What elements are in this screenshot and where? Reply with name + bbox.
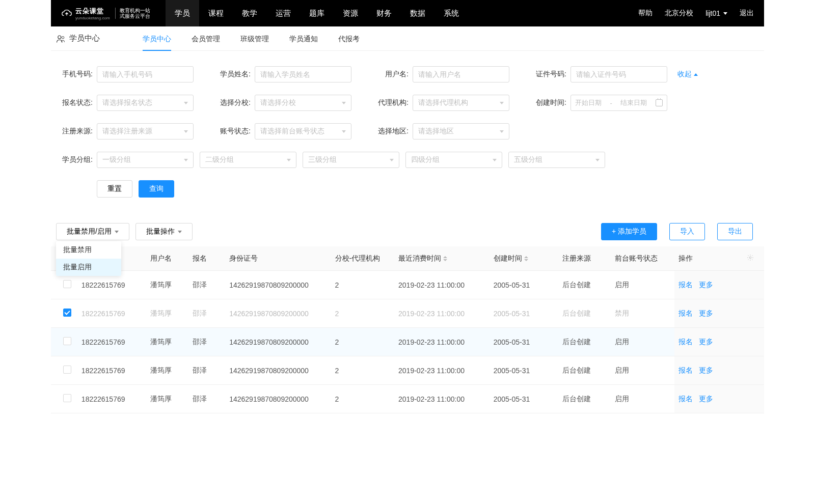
- dropdown-item[interactable]: 批量禁用: [56, 241, 121, 259]
- more-link[interactable]: 更多: [699, 366, 713, 374]
- idnum-input[interactable]: [570, 66, 667, 82]
- more-link[interactable]: 更多: [699, 281, 713, 289]
- reset-button[interactable]: 重置: [97, 180, 132, 198]
- row-checkbox[interactable]: [63, 309, 71, 317]
- region-select[interactable]: 请选择地区: [413, 123, 509, 139]
- chevron-down-icon: [390, 159, 394, 161]
- person-icon: [56, 34, 65, 43]
- more-link[interactable]: 更多: [699, 395, 713, 403]
- apply-link[interactable]: 报名: [678, 338, 693, 346]
- cell-phone: 18222615769: [77, 299, 146, 328]
- arrow-up-icon: [694, 73, 698, 76]
- export-button[interactable]: 导出: [717, 223, 753, 240]
- subnav-item[interactable]: 学员通知: [289, 26, 318, 51]
- subnav-item[interactable]: 会员管理: [192, 26, 220, 51]
- subnav-item[interactable]: 代报考: [338, 26, 360, 51]
- cell-apply: 邵泽: [188, 271, 226, 299]
- col-username[interactable]: 用户名: [146, 246, 188, 271]
- user-menu[interactable]: lijt01: [705, 9, 727, 17]
- col-last-consume[interactable]: 最近消费时间: [394, 246, 490, 271]
- chevron-down-icon: [500, 102, 504, 104]
- bulk-ops-button[interactable]: 批量操作: [135, 223, 193, 240]
- acct-status-select[interactable]: 请选择前台账号状态: [255, 123, 351, 139]
- cell-create-time: 2005-05-31: [490, 356, 558, 385]
- group-select[interactable]: 五级分组: [508, 152, 605, 168]
- group-select[interactable]: 四级分组: [405, 152, 502, 168]
- logout-link[interactable]: 退出: [740, 9, 754, 18]
- subnav-item[interactable]: 班级管理: [240, 26, 269, 51]
- nav-items: 学员课程教学运营题库资源财务数据系统: [166, 0, 468, 26]
- nav-item[interactable]: 数据: [401, 0, 434, 26]
- cell-last-consume: 2019-02-23 11:00:00: [394, 271, 490, 299]
- cell-apply: 邵泽: [188, 385, 226, 413]
- col-ops: 操作: [674, 246, 743, 271]
- apply-link[interactable]: 报名: [678, 309, 693, 317]
- cell-ops: 报名更多: [674, 328, 764, 356]
- subnav-title: 学员中心: [56, 34, 143, 43]
- nav-item[interactable]: 资源: [334, 0, 367, 26]
- username-input[interactable]: [413, 66, 509, 82]
- dropdown-item[interactable]: 批量启用: [56, 259, 121, 276]
- nav-item[interactable]: 财务: [367, 0, 401, 26]
- col-create-time[interactable]: 创建时间: [490, 246, 558, 271]
- create-time-range[interactable]: 开始日期 - 结束日期: [570, 95, 667, 111]
- cell-idcard: 14262919870809200000: [225, 299, 331, 328]
- import-button[interactable]: 导入: [669, 223, 705, 240]
- cell-username: 潘筠厚: [146, 356, 188, 385]
- row-checkbox[interactable]: [63, 394, 71, 402]
- nav-item[interactable]: 课程: [199, 0, 233, 26]
- nav-item[interactable]: 运营: [266, 0, 300, 26]
- cell-apply: 邵泽: [188, 299, 226, 328]
- cell-ops: 报名更多: [674, 385, 764, 413]
- group-label: 学员分组:: [56, 155, 93, 164]
- subnav-items: 学员中心会员管理班级管理学员通知代报考: [143, 26, 360, 51]
- cell-username: 潘筠厚: [146, 299, 188, 328]
- reg-source-select[interactable]: 请选择注册来源: [97, 123, 194, 139]
- cell-ops: 报名更多: [674, 299, 764, 328]
- branch-select[interactable]: 请选择分校: [255, 95, 351, 111]
- more-link[interactable]: 更多: [699, 309, 713, 317]
- phone-input[interactable]: [97, 66, 194, 82]
- name-input[interactable]: [255, 66, 351, 82]
- search-button[interactable]: 查询: [139, 180, 174, 198]
- group-select[interactable]: 二级分组: [200, 152, 296, 168]
- bulk-toggle-button[interactable]: 批量禁用/启用: [56, 223, 129, 240]
- help-link[interactable]: 帮助: [638, 9, 653, 18]
- group-select[interactable]: 一级分组: [97, 152, 194, 168]
- cell-ops: 报名更多: [674, 271, 764, 299]
- cell-branch: 2: [331, 385, 394, 413]
- group-select[interactable]: 三级分组: [303, 152, 399, 168]
- apply-link[interactable]: 报名: [678, 395, 693, 403]
- chevron-down-icon: [184, 102, 188, 104]
- cell-acct-status: 启用: [611, 356, 674, 385]
- more-link[interactable]: 更多: [699, 338, 713, 346]
- cell-phone: 18222615769: [77, 356, 146, 385]
- nav-item[interactable]: 题库: [300, 0, 334, 26]
- col-idcard[interactable]: 身份证号: [225, 246, 331, 271]
- add-student-button[interactable]: + 添加学员: [601, 223, 657, 240]
- col-branch-agency[interactable]: 分校-代理机构: [331, 246, 394, 271]
- apply-link[interactable]: 报名: [678, 366, 693, 374]
- col-reg-source[interactable]: 注册来源: [558, 246, 611, 271]
- nav-item[interactable]: 学员: [166, 0, 199, 26]
- col-acct-status[interactable]: 前台账号状态: [611, 246, 674, 271]
- create-time-label: 创建时间:: [530, 98, 566, 107]
- sort-icon: [443, 256, 447, 261]
- apply-link[interactable]: 报名: [678, 281, 693, 289]
- nav-item[interactable]: 系统: [434, 0, 468, 26]
- row-checkbox[interactable]: [63, 366, 71, 374]
- row-checkbox[interactable]: [63, 337, 71, 345]
- apply-status-select[interactable]: 请选择报名状态: [97, 95, 194, 111]
- branch-link[interactable]: 北京分校: [665, 9, 693, 18]
- subnav-item[interactable]: 学员中心: [143, 26, 171, 51]
- row-checkbox[interactable]: [63, 280, 71, 288]
- collapse-link[interactable]: 收起: [677, 70, 698, 79]
- bulk-toggle-dropdown: 批量禁用批量启用: [56, 241, 121, 276]
- cloud-icon: [61, 9, 72, 18]
- nav-item[interactable]: 教学: [233, 0, 266, 26]
- name-label: 学员姓名:: [214, 70, 251, 79]
- col-apply[interactable]: 报名: [188, 246, 226, 271]
- agency-select[interactable]: 请选择代理机构: [413, 95, 509, 111]
- col-settings[interactable]: [743, 246, 764, 271]
- region-label: 选择地区:: [372, 127, 409, 136]
